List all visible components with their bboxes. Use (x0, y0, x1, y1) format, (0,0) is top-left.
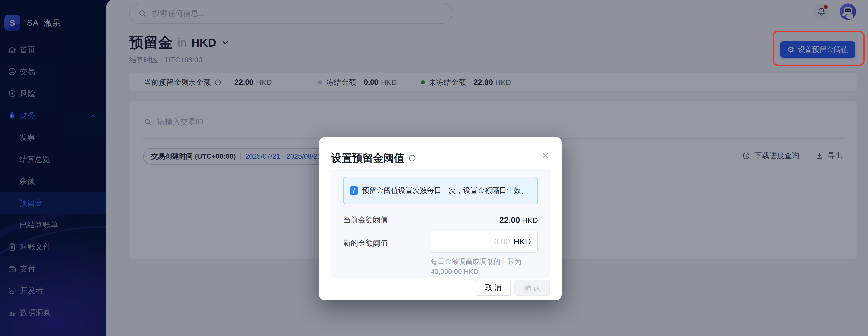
info-banner: i 预留金阈值设置次数每日一次，设置金额隔日生效。 (343, 177, 538, 204)
close-icon[interactable]: ✕ (540, 150, 551, 162)
modal-footer: 取 消 确 认 (475, 280, 550, 296)
confirm-button[interactable]: 确 认 (515, 280, 550, 296)
daily-limit-help: 每日金额调高或调低的上限为 40,000.00 HKD (431, 257, 540, 276)
daily-limit-help-line1: 每日金额调高或调低的上限为 (431, 258, 521, 265)
new-threshold-label: 新的金额阈值 (343, 238, 388, 248)
new-threshold-input[interactable] (441, 237, 510, 247)
modal-title: 设置预留金阈值 (331, 151, 404, 165)
info-circle-icon[interactable] (408, 154, 416, 162)
modal-body-panel: i 预留金阈值设置次数每日一次，设置金额隔日生效。 当前金额阈值 22.00HK… (331, 169, 550, 277)
new-threshold-field[interactable]: HKD (431, 231, 538, 253)
current-threshold-unit: HKD (522, 216, 538, 224)
daily-limit-help-line2: 40,000.00 HKD (431, 268, 478, 275)
set-threshold-modal: 设置预留金阈值 ✕ i 预留金阈值设置次数每日一次，设置金额隔日生效。 当前金额… (319, 137, 562, 300)
new-threshold-unit: HKD (514, 237, 531, 246)
current-threshold-row: 当前金额阈值 22.00HKD (343, 215, 538, 225)
info-square-icon: i (349, 187, 358, 195)
info-banner-text: 预留金阈值设置次数每日一次，设置金额隔日生效。 (362, 186, 528, 196)
current-threshold-label: 当前金额阈值 (343, 215, 388, 225)
current-threshold-value: 22.00 (499, 215, 520, 225)
app-root: S SA_澈泉 首页 交易 风险 (0, 0, 868, 336)
modal-header: 设置预留金阈值 (331, 151, 416, 165)
cancel-button[interactable]: 取 消 (475, 280, 511, 296)
